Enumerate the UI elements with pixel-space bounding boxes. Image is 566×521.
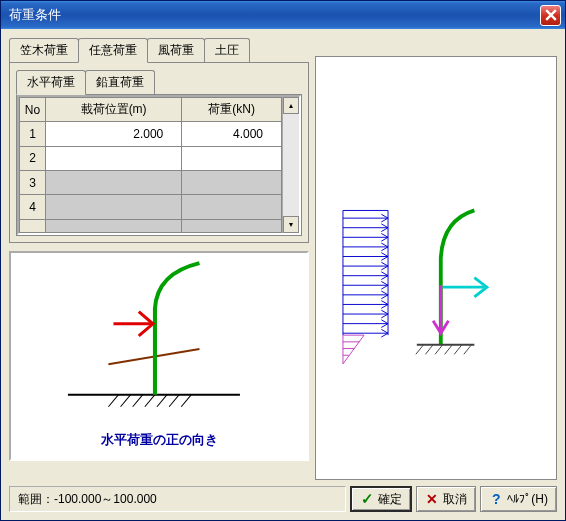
table-row[interactable]: 3 [20, 171, 282, 195]
svg-line-32 [435, 345, 443, 355]
cancel-button[interactable]: ✕ 取消 [416, 486, 476, 512]
status-range: 範囲：-100.000～100.000 [9, 486, 346, 512]
grid-scrollbar[interactable]: ▴ ▾ [282, 97, 299, 233]
ok-button[interactable]: ✓ 確定 [350, 486, 412, 512]
cell-pos[interactable] [46, 219, 182, 232]
cell-load[interactable]: 4.000 [182, 122, 282, 146]
row-no: 1 [20, 122, 46, 146]
inner-tab-panel: No 載荷位置(m) 荷重(kN) 1 2.000 4.000 2 [16, 94, 302, 236]
inner-tabs: 水平荷重 鉛直荷重 [16, 69, 302, 94]
table-row[interactable]: 2 [20, 146, 282, 170]
svg-line-30 [416, 345, 424, 355]
status-row: 範囲：-100.000～100.000 ✓ 確定 ✕ 取消 ? ﾍﾙﾌﾟ(H) [9, 486, 557, 512]
direction-figure [11, 253, 307, 425]
svg-line-4 [145, 395, 155, 407]
window-title: 荷重条件 [9, 6, 540, 24]
row-no: 4 [20, 195, 46, 219]
cell-load[interactable] [182, 171, 282, 195]
direction-figure-panel: 水平荷重の正の向き [9, 251, 309, 461]
tab-nini[interactable]: 任意荷重 [78, 38, 148, 63]
svg-line-34 [454, 345, 462, 355]
svg-line-1 [108, 395, 118, 407]
figure-caption: 水平荷重の正の向き [11, 425, 307, 459]
svg-line-35 [464, 345, 472, 355]
load-grid[interactable]: No 載荷位置(m) 荷重(kN) 1 2.000 4.000 2 [17, 95, 301, 235]
svg-line-31 [425, 345, 433, 355]
svg-line-2 [121, 395, 131, 407]
col-no: No [20, 98, 46, 122]
tab-doatsu[interactable]: 土圧 [204, 38, 250, 62]
tab-suihei[interactable]: 水平荷重 [16, 70, 86, 95]
preview-panel [315, 56, 557, 480]
close-icon [545, 9, 557, 21]
x-icon: ✕ [425, 492, 439, 506]
svg-line-33 [445, 345, 453, 355]
cell-load[interactable] [182, 219, 282, 232]
question-icon: ? [489, 492, 503, 506]
close-button[interactable] [540, 5, 561, 26]
cell-load[interactable] [182, 146, 282, 170]
cell-pos[interactable]: 2.000 [46, 122, 182, 146]
ok-label: 確定 [378, 491, 402, 508]
table-row[interactable]: 1 2.000 4.000 [20, 122, 282, 146]
help-button[interactable]: ? ﾍﾙﾌﾟ(H) [480, 486, 557, 512]
col-pos: 載荷位置(m) [46, 98, 182, 122]
svg-line-7 [181, 395, 191, 407]
tab-kaze[interactable]: 風荷重 [147, 38, 205, 62]
scroll-down-button[interactable]: ▾ [283, 216, 299, 233]
cell-pos[interactable] [46, 146, 182, 170]
row-no [20, 219, 46, 232]
row-no: 3 [20, 171, 46, 195]
row-no: 2 [20, 146, 46, 170]
tab-kasagi[interactable]: 笠木荷重 [9, 38, 79, 62]
tab-enchoku[interactable]: 鉛直荷重 [85, 70, 155, 94]
svg-line-3 [133, 395, 143, 407]
client-area: 笠木荷重 任意荷重 風荷重 土圧 水平荷重 鉛直荷重 No 載荷位置(m) [1, 29, 565, 520]
titlebar: 荷重条件 [1, 1, 565, 29]
col-load: 荷重(kN) [182, 98, 282, 122]
help-label: ﾍﾙﾌﾟ(H) [507, 492, 548, 506]
cell-load[interactable] [182, 195, 282, 219]
cancel-label: 取消 [443, 491, 467, 508]
check-icon: ✓ [360, 492, 374, 506]
preview-figure [316, 57, 556, 479]
table-row[interactable]: 4 [20, 195, 282, 219]
grid-table: No 載荷位置(m) 荷重(kN) 1 2.000 4.000 2 [19, 97, 282, 233]
svg-line-6 [169, 395, 179, 407]
outer-tab-panel: 水平荷重 鉛直荷重 No 載荷位置(m) 荷重(kN) 1 [9, 62, 309, 243]
table-row[interactable] [20, 219, 282, 232]
cell-pos[interactable] [46, 171, 182, 195]
outer-tabs: 笠木荷重 任意荷重 風荷重 土圧 [9, 37, 309, 62]
scroll-up-button[interactable]: ▴ [283, 97, 299, 114]
svg-line-5 [157, 395, 167, 407]
cell-pos[interactable] [46, 195, 182, 219]
